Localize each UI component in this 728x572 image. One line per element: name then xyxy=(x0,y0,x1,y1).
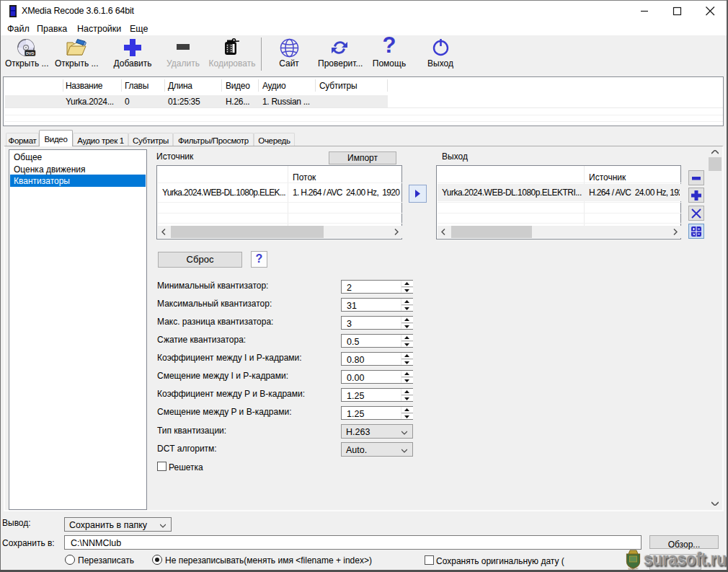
svg-text:DVD: DVD xyxy=(26,51,35,56)
